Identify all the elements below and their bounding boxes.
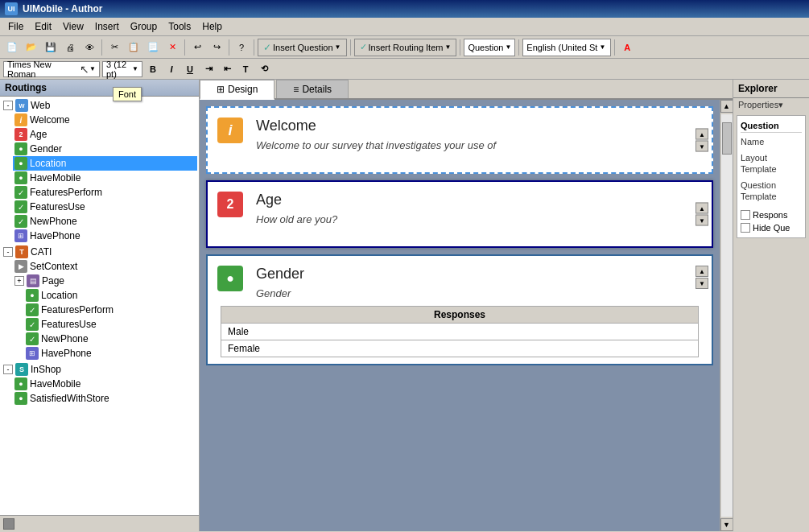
age-card[interactable]: 2 Age How old are you? ▲ ▼ bbox=[206, 180, 713, 248]
bold-button[interactable]: B bbox=[145, 61, 161, 77]
tab-details[interactable]: ≡ Details bbox=[276, 80, 349, 98]
menu-insert[interactable]: Insert bbox=[90, 19, 124, 34]
menu-view[interactable]: View bbox=[58, 19, 89, 34]
response-checkbox[interactable] bbox=[741, 210, 750, 220]
question-type-value: Question bbox=[468, 43, 503, 52]
menu-group[interactable]: Group bbox=[126, 19, 162, 34]
menu-file[interactable]: File bbox=[3, 19, 28, 34]
tree-node-featuresuse-cati[interactable]: ✓ FeaturesUse bbox=[24, 317, 197, 332]
font-name-dropdown[interactable]: Times New Roman ↖ ▼ bbox=[3, 61, 100, 77]
age-scroll-up[interactable]: ▲ bbox=[695, 203, 708, 214]
italic-button[interactable]: I bbox=[163, 61, 180, 77]
open-button[interactable]: 📂 bbox=[23, 39, 40, 56]
newphone-cati-icon: ✓ bbox=[26, 332, 39, 345]
tree-node-satisfiedwithstore[interactable]: ● SatisfiedWithStore bbox=[13, 391, 197, 406]
tree-node-havephone-cati[interactable]: ⊞ HavePhone bbox=[24, 346, 197, 361]
language-arrow-icon: ▼ bbox=[599, 43, 605, 51]
menu-tools[interactable]: Tools bbox=[163, 19, 196, 34]
insert-routing-button[interactable]: ✓ Insert Routing Item ▼ bbox=[354, 39, 457, 56]
welcome-card[interactable]: i Welcome Welcome to our survey that inv… bbox=[206, 106, 713, 174]
tree-node-location-web[interactable]: ● Location bbox=[13, 156, 197, 171]
tree-node-featuresuse-web[interactable]: ✓ FeaturesUse bbox=[13, 200, 197, 214]
scroll-thumb[interactable] bbox=[722, 122, 732, 155]
redo-button[interactable]: ↪ bbox=[208, 39, 225, 56]
save-button[interactable]: 💾 bbox=[42, 39, 60, 56]
question-prop-title: Question bbox=[741, 119, 802, 133]
tree-node-newphone-web[interactable]: ✓ NewPhone bbox=[13, 214, 197, 229]
insert-question-button[interactable]: ✓ Insert Question ▼ bbox=[258, 39, 347, 56]
font-color-button[interactable]: A bbox=[618, 39, 636, 56]
age-icon: 2 bbox=[14, 128, 27, 141]
new-button[interactable]: 📄 bbox=[3, 39, 21, 56]
gender-card[interactable]: ● Gender Gender Responses bbox=[206, 254, 713, 365]
prop-question-label: Question bbox=[741, 180, 776, 190]
language-dropdown[interactable]: English (United St ▼ bbox=[522, 39, 611, 56]
title-bar: UI UIMobile - Author bbox=[0, 0, 809, 18]
center-panel: ⊞ Design ≡ Details i Welcome Welcome t bbox=[200, 80, 733, 531]
question-type-dropdown[interactable]: Question ▼ bbox=[464, 39, 515, 56]
featuresperform-cati-icon: ✓ bbox=[26, 303, 39, 316]
tree-node-web-root[interactable]: - w Web bbox=[2, 98, 197, 113]
font-toolbar: Times New Roman ↖ ▼ 3 (12 pt) ▼ Font B I… bbox=[0, 59, 809, 80]
preview-button[interactable]: 👁 bbox=[80, 39, 98, 56]
scroll-track bbox=[721, 114, 733, 517]
tree-node-havephone-web[interactable]: ⊞ HavePhone bbox=[13, 229, 197, 243]
undo-button[interactable]: ↩ bbox=[188, 39, 206, 56]
page-label: Page bbox=[42, 275, 64, 287]
age-scroll-down[interactable]: ▼ bbox=[695, 215, 708, 226]
tree-node-age[interactable]: 2 Age bbox=[13, 127, 197, 142]
tree-node-inshop-root[interactable]: - S InShop bbox=[2, 362, 197, 377]
expand-page-button[interactable]: + bbox=[14, 276, 24, 286]
expand-web-button[interactable]: - bbox=[3, 101, 13, 110]
response-male: Male bbox=[221, 324, 699, 340]
tree-node-location-cati[interactable]: ● Location bbox=[24, 288, 197, 303]
tab-design[interactable]: ⊞ Design bbox=[200, 80, 274, 100]
indent-increase-button[interactable]: ⇥ bbox=[200, 61, 217, 77]
tree-node-featuresperform-cati[interactable]: ✓ FeaturesPerform bbox=[24, 303, 197, 317]
text-format-button[interactable]: T bbox=[237, 61, 254, 77]
indent-decrease-button[interactable]: ⇤ bbox=[219, 61, 235, 77]
cut-button[interactable]: ✂ bbox=[105, 39, 123, 56]
underline-button[interactable]: U bbox=[182, 61, 198, 77]
prop-question-template-row: Question bbox=[741, 179, 802, 191]
tree-node-page[interactable]: + ▤ Page bbox=[13, 274, 197, 288]
delete-button[interactable]: ✕ bbox=[163, 39, 181, 56]
tree-node-setcontext[interactable]: ▶ SetContext bbox=[13, 259, 197, 274]
expand-inshop-button[interactable]: - bbox=[3, 365, 13, 374]
tree-node-gender-web[interactable]: ● Gender bbox=[13, 142, 197, 156]
insert-question-check-icon: ✓ bbox=[263, 42, 271, 53]
print-button[interactable]: 🖨 bbox=[61, 39, 79, 56]
tree-node-featuresperform-web[interactable]: ✓ FeaturesPerform bbox=[13, 185, 197, 200]
prop-layout-template-row: Template bbox=[741, 163, 802, 175]
paste-button[interactable]: 📃 bbox=[144, 39, 162, 56]
welcome-scroll-up[interactable]: ▲ bbox=[695, 129, 708, 140]
tree-node-havemobile-inshop[interactable]: ● HaveMobile bbox=[13, 377, 197, 391]
clear-format-button[interactable]: ⟲ bbox=[256, 61, 272, 77]
menu-edit[interactable]: Edit bbox=[30, 19, 56, 34]
tree-node-welcome[interactable]: i Welcome bbox=[13, 113, 197, 127]
age-title: Age bbox=[256, 192, 699, 208]
font-size-dropdown[interactable]: 3 (12 pt) ▼ bbox=[102, 61, 142, 77]
satisfiedwithstore-label: SatisfiedWithStore bbox=[30, 393, 109, 404]
insert-routing-label: Insert Routing Item bbox=[369, 43, 444, 52]
scroll-down-button[interactable]: ▼ bbox=[720, 518, 733, 531]
tree-node-havemobile-web[interactable]: ● HaveMobile bbox=[13, 171, 197, 185]
expand-cati-button[interactable]: - bbox=[3, 247, 13, 257]
scroll-up-button[interactable]: ▲ bbox=[720, 100, 733, 113]
gender-scroll-up[interactable]: ▲ bbox=[695, 266, 708, 277]
menu-help[interactable]: Help bbox=[197, 19, 227, 34]
cati-label: CATI bbox=[31, 246, 52, 258]
gender-scroll-down[interactable]: ▼ bbox=[695, 278, 708, 289]
help-button[interactable]: ? bbox=[233, 39, 250, 56]
copy-button[interactable]: 📋 bbox=[125, 39, 142, 56]
welcome-scroll-down[interactable]: ▼ bbox=[695, 141, 708, 152]
response-female: Female bbox=[221, 340, 699, 357]
gender-badge-text: ● bbox=[226, 271, 234, 286]
hidequestion-checkbox[interactable] bbox=[741, 223, 750, 233]
tree-node-newphone-cati[interactable]: ✓ NewPhone bbox=[24, 332, 197, 346]
properties-dropdown[interactable]: Properties▾ bbox=[733, 98, 809, 112]
tree-node-cati-root[interactable]: - T CATI bbox=[2, 245, 197, 259]
havephone-cati-icon: ⊞ bbox=[26, 347, 39, 360]
age-label: Age bbox=[30, 129, 47, 140]
web-label: Web bbox=[31, 100, 50, 111]
